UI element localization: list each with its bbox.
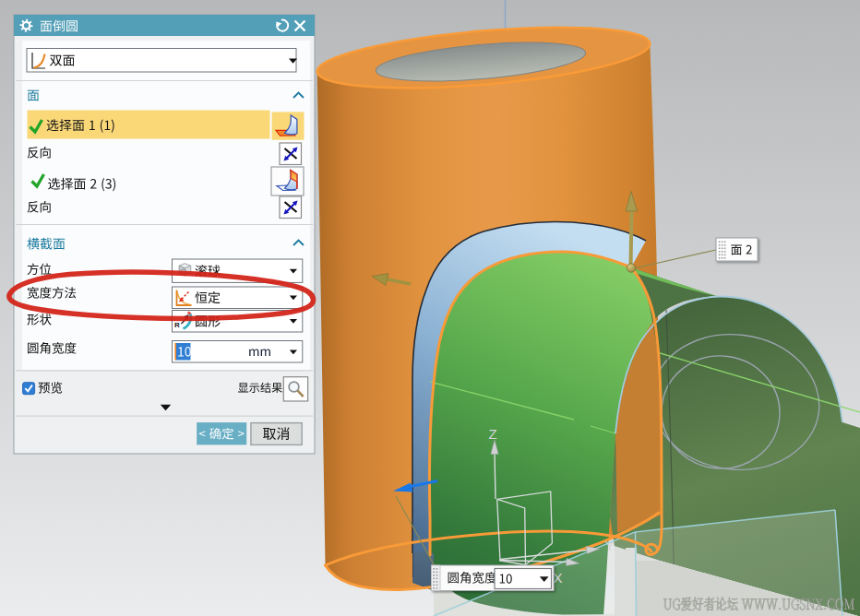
svg-text:R: R bbox=[174, 321, 180, 329]
svg-text:Z: Z bbox=[489, 426, 497, 442]
svg-text:X: X bbox=[554, 570, 563, 586]
svg-text:Y: Y bbox=[605, 538, 615, 553]
